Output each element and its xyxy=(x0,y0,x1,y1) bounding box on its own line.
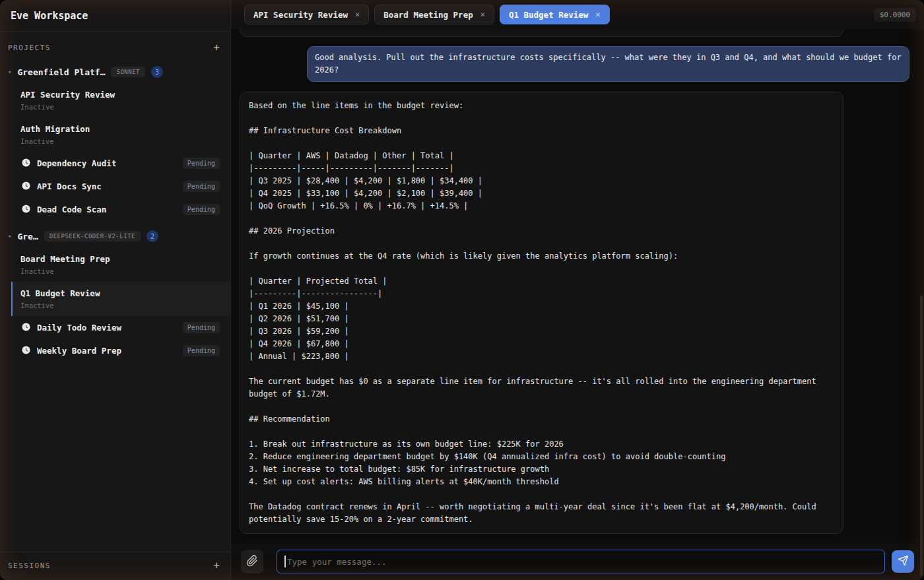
workspace-title: Eve Workspace xyxy=(0,0,230,32)
sidebar-task-api-docs-sync[interactable]: API Docs Sync Pending xyxy=(0,175,230,198)
message-input[interactable] xyxy=(277,550,885,573)
chat-status: Inactive xyxy=(20,103,220,111)
tab-board-meeting-prep[interactable]: Board Meeting Prep × xyxy=(374,5,494,24)
projects-label: PROJECTS xyxy=(8,44,51,52)
session-count-badge: 2 xyxy=(147,230,158,242)
clock-icon xyxy=(22,180,30,193)
plus-icon: + xyxy=(213,41,220,53)
main-panel: API Security Review × Board Meeting Prep… xyxy=(231,0,924,580)
plus-icon: + xyxy=(213,559,220,571)
task-title: Daily Todo Review xyxy=(37,323,176,333)
scrollbar[interactable] xyxy=(920,296,923,576)
group-title: Greenfield Platf… xyxy=(17,67,105,77)
sidebar-item-board-meeting-prep[interactable]: Board Meeting Prep Inactive xyxy=(0,247,230,282)
chat-message-list[interactable]: Good analysis. Pull out the infrastructu… xyxy=(231,29,924,543)
tab-label: Board Meeting Prep xyxy=(383,10,473,20)
chevron-down-icon[interactable]: ▾ xyxy=(8,233,11,240)
sidebar-task-daily-todo-review[interactable]: Daily Todo Review Pending xyxy=(0,316,230,339)
attach-button[interactable] xyxy=(241,550,263,573)
sessions-label: SESSIONS xyxy=(8,562,51,570)
session-count-badge: 3 xyxy=(151,66,163,78)
close-icon[interactable]: × xyxy=(595,10,600,19)
chat-status: Inactive xyxy=(20,137,220,145)
cost-badge: $0.0000 xyxy=(874,8,916,22)
status-badge: Pending xyxy=(183,322,220,333)
sidebar-task-weekly-board-prep[interactable]: Weekly Board Prep Pending xyxy=(0,339,230,362)
close-icon[interactable]: × xyxy=(355,10,360,19)
task-title: Dead Code Scan xyxy=(37,205,176,214)
clock-icon xyxy=(22,157,30,170)
tab-q1-budget-review[interactable]: Q1 Budget Review × xyxy=(500,5,610,24)
app-window: Eve Workspace PROJECTS + ▾ Greenfield Pl… xyxy=(0,0,924,580)
sidebar-spacer xyxy=(0,362,230,552)
model-badge: SONNET xyxy=(111,67,145,77)
sidebar-group-greenfield-platform[interactable]: ▾ Greenfield Platf… SONNET 3 xyxy=(0,57,230,83)
task-title: Dependency Audit xyxy=(37,158,176,168)
sidebar: Eve Workspace PROJECTS + ▾ Greenfield Pl… xyxy=(0,0,231,580)
chat-status: Inactive xyxy=(20,267,220,275)
projects-section-header: PROJECTS + xyxy=(0,32,230,57)
text-cursor xyxy=(284,556,286,567)
clock-icon xyxy=(22,321,30,334)
tab-api-security-review[interactable]: API Security Review × xyxy=(244,5,369,24)
tab-bar: API Security Review × Board Meeting Prep… xyxy=(231,0,924,29)
chevron-down-icon[interactable]: ▾ xyxy=(8,69,11,75)
sidebar-task-dead-code-scan[interactable]: Dead Code Scan Pending xyxy=(0,198,230,221)
status-badge: Pending xyxy=(183,345,220,356)
clock-icon xyxy=(22,203,30,216)
tab-label: Q1 Budget Review xyxy=(509,10,588,20)
add-session-button[interactable]: + xyxy=(213,560,220,571)
sidebar-item-api-security-review[interactable]: API Security Review Inactive xyxy=(0,83,230,117)
chat-title: Board Meeting Prep xyxy=(20,254,220,264)
chat-title: Auth Migration xyxy=(20,124,220,134)
chat-title: Q1 Budget Review xyxy=(20,288,220,298)
message-input-wrap xyxy=(277,550,885,573)
paperclip-icon xyxy=(246,555,258,569)
previous-message-partial xyxy=(240,29,843,37)
model-badge: DEEPSEEK-CODER-V2-LITE xyxy=(44,231,141,242)
sessions-section-header: SESSIONS + xyxy=(0,552,230,580)
tab-label: API Security Review xyxy=(253,10,348,20)
status-badge: Pending xyxy=(183,181,220,192)
clock-icon xyxy=(22,344,30,357)
sidebar-task-dependency-audit[interactable]: Dependency Audit Pending xyxy=(0,152,230,175)
send-button[interactable] xyxy=(892,550,914,573)
status-badge: Pending xyxy=(183,204,220,215)
task-title: Weekly Board Prep xyxy=(37,346,176,356)
composer-bar xyxy=(231,543,924,580)
group-title: Gre… xyxy=(17,232,38,242)
chat-title: API Security Review xyxy=(20,90,220,100)
chat-status: Inactive xyxy=(20,302,220,309)
sidebar-item-q1-budget-review[interactable]: Q1 Budget Review Inactive xyxy=(11,282,230,316)
add-project-button[interactable]: + xyxy=(213,42,220,53)
assistant-message: Based on the line items in the budget re… xyxy=(240,92,843,534)
sidebar-item-auth-migration[interactable]: Auth Migration Inactive xyxy=(0,117,230,152)
send-icon xyxy=(898,555,909,568)
sidebar-group-greenfield-2[interactable]: ▾ Gre… DEEPSEEK-CODER-V2-LITE 2 xyxy=(0,221,230,247)
task-title: API Docs Sync xyxy=(37,181,176,191)
user-message: Good analysis. Pull out the infrastructu… xyxy=(307,46,909,82)
status-badge: Pending xyxy=(183,158,220,169)
close-icon[interactable]: × xyxy=(480,10,485,19)
